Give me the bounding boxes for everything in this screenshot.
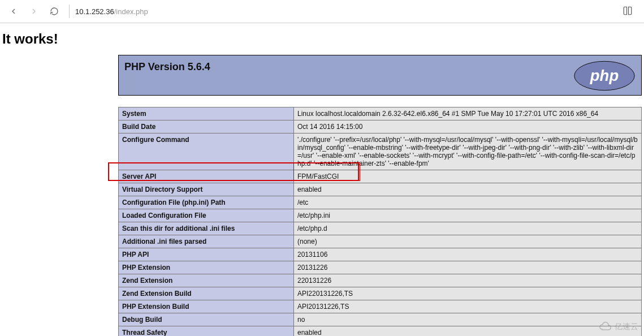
table-row: Server APIFPM/FastCGI <box>119 170 642 183</box>
info-key: Build Date <box>119 120 294 133</box>
info-value: /etc/php.d <box>294 222 642 235</box>
browser-toolbar: 10.1.252.36/index.php <box>0 0 644 23</box>
info-value: no <box>294 313 642 326</box>
info-value: 20131226 <box>294 261 642 274</box>
info-key: Zend Extension Build <box>119 287 294 300</box>
refresh-button[interactable] <box>45 2 63 20</box>
php-logo: php <box>573 60 636 92</box>
svg-text:php: php <box>590 67 619 84</box>
table-row: PHP Extension BuildAPI20131226,TS <box>119 300 642 313</box>
page-title: It works! <box>2 31 642 47</box>
table-row: Configuration File (php.ini) Path/etc <box>119 196 642 209</box>
info-key: Debug Build <box>119 313 294 326</box>
toolbar-right-icons <box>623 6 639 18</box>
info-key: PHP Extension Build <box>119 300 294 313</box>
table-row: Thread Safetyenabled <box>119 326 642 337</box>
info-value: /etc/php.ini <box>294 209 642 222</box>
info-value: API220131226,TS <box>294 287 642 300</box>
info-value: (none) <box>294 235 642 248</box>
watermark: 亿速云 <box>599 320 638 334</box>
info-key: Configure Command <box>119 133 294 170</box>
info-key: Loaded Configuration File <box>119 209 294 222</box>
refresh-icon <box>50 7 59 16</box>
table-row: Additional .ini files parsed(none) <box>119 235 642 248</box>
table-row: Debug Buildno <box>119 313 642 326</box>
table-row: Configure Command'./configure' '--prefix… <box>119 133 642 170</box>
info-key: Zend Extension <box>119 274 294 287</box>
table-row: Loaded Configuration File/etc/php.ini <box>119 209 642 222</box>
info-key: Server API <box>119 170 294 183</box>
info-key: PHP Extension <box>119 261 294 274</box>
info-value: enabled <box>294 326 642 337</box>
info-key: Scan this dir for additional .ini files <box>119 222 294 235</box>
info-value: API20131226,TS <box>294 300 642 313</box>
info-key: Thread Safety <box>119 326 294 337</box>
info-value: enabled <box>294 183 642 196</box>
table-row: Zend Extension BuildAPI220131226,TS <box>119 287 642 300</box>
info-value: Oct 14 2016 14:15:00 <box>294 120 642 133</box>
php-version-title: PHP Version 5.6.4 <box>124 61 210 73</box>
url-path: /index.php <box>114 7 148 16</box>
table-row: Virtual Directory Supportenabled <box>119 183 642 196</box>
address-separator <box>69 5 70 18</box>
table-row: Zend Extension220131226 <box>119 274 642 287</box>
info-value: './configure' '--prefix=/usr/local/php' … <box>294 133 642 170</box>
table-row: Build DateOct 14 2016 14:15:00 <box>119 120 642 133</box>
cloud-icon <box>599 320 612 334</box>
phpinfo-table: SystemLinux localhost.localdomain 2.6.32… <box>118 107 642 336</box>
info-key: System <box>119 107 294 120</box>
info-value: Linux localhost.localdomain 2.6.32-642.e… <box>294 107 642 120</box>
info-key: PHP API <box>119 248 294 261</box>
info-value: 220131226 <box>294 274 642 287</box>
info-value: FPM/FastCGI <box>294 170 642 183</box>
table-row: SystemLinux localhost.localdomain 2.6.32… <box>119 107 642 120</box>
table-row: PHP Extension20131226 <box>119 261 642 274</box>
address-bar[interactable]: 10.1.252.36/index.php <box>75 7 148 16</box>
reading-view-button[interactable] <box>623 6 633 18</box>
watermark-text: 亿速云 <box>615 322 638 332</box>
arrow-left-icon <box>9 7 18 16</box>
page-content: It works! PHP Version 5.6.4 php SystemLi… <box>0 23 644 336</box>
info-value: /etc <box>294 196 642 209</box>
phpinfo-header: PHP Version 5.6.4 php <box>118 55 642 96</box>
book-icon <box>623 6 633 16</box>
table-row: Scan this dir for additional .ini files/… <box>119 222 642 235</box>
info-key: Configuration File (php.ini) Path <box>119 196 294 209</box>
info-value: 20131106 <box>294 248 642 261</box>
forward-button[interactable] <box>25 2 43 20</box>
info-key: Virtual Directory Support <box>119 183 294 196</box>
back-button[interactable] <box>5 2 23 20</box>
table-row: PHP API20131106 <box>119 248 642 261</box>
info-key: Additional .ini files parsed <box>119 235 294 248</box>
php-logo-icon: php <box>573 60 636 92</box>
url-host: 10.1.252.36 <box>75 7 114 16</box>
arrow-right-icon <box>29 7 38 16</box>
phpinfo-container: PHP Version 5.6.4 php SystemLinux localh… <box>118 55 642 336</box>
